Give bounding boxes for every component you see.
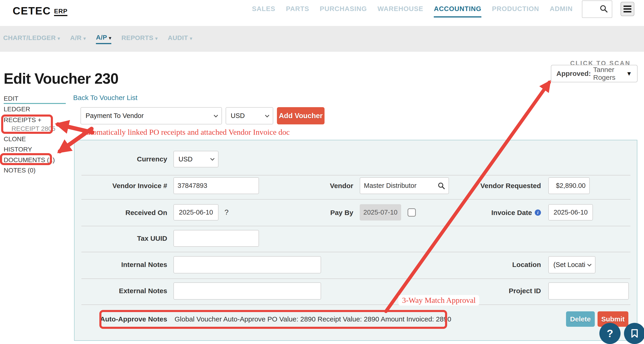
- subnav-reports[interactable]: REPORTS▾: [122, 34, 158, 44]
- vendor-search-icon[interactable]: [438, 182, 445, 190]
- tax-uuid-input[interactable]: [174, 230, 259, 247]
- external-notes-label: External Notes: [80, 282, 167, 300]
- received-on-help[interactable]: ?: [224, 204, 228, 220]
- bookmark-icon: [629, 328, 640, 339]
- subnav-audit[interactable]: AUDIT▾: [168, 34, 192, 44]
- nav-admin[interactable]: ADMIN: [550, 5, 573, 18]
- project-id-input[interactable]: [548, 282, 629, 300]
- row-divider: [82, 304, 630, 305]
- app: { "colors":{"annotation_red":"#e8443c","…: [0, 0, 644, 344]
- question-mark-icon: ?: [607, 327, 613, 340]
- vendor-invoice-label: Vendor Invoice #: [80, 177, 167, 194]
- pay-by-input-disabled: 2025-07-10: [360, 204, 401, 220]
- nav-parts[interactable]: PARTS: [286, 5, 309, 18]
- sidebar-item-documents[interactable]: DOCUMENTS (1): [4, 156, 55, 164]
- location-select[interactable]: (Set Locati: [548, 256, 596, 274]
- internal-notes-label: Internal Notes: [80, 256, 167, 273]
- header: CETEC ERP SALES PARTS PURCHASING WAREHOU…: [0, 0, 644, 26]
- chevron-down-icon: ▾: [84, 36, 86, 41]
- invoice-date-label: Invoice Datei: [456, 204, 541, 221]
- pay-by-label: Pay By: [304, 204, 353, 221]
- approved-label: Approved:: [556, 70, 591, 78]
- nav-warehouse[interactable]: WAREHOUSE: [378, 5, 423, 18]
- chevron-down-icon: ▾: [155, 36, 158, 41]
- currency-label: Currency: [80, 150, 167, 168]
- logo-brand: CETEC: [13, 6, 51, 16]
- sidebar-item-receipts[interactable]: RECEIPTS +: [4, 116, 42, 124]
- bookmark-button[interactable]: [624, 323, 644, 344]
- pay-by-checkbox[interactable]: [408, 208, 416, 216]
- dropdown-caret-icon: ▼: [626, 70, 632, 77]
- received-on-label: Received On: [80, 204, 167, 221]
- top-nav: SALES PARTS PURCHASING WAREHOUSE ACCOUNT…: [252, 5, 573, 18]
- auto-approve-label: Auto-Approve Notes: [80, 312, 167, 326]
- vendor-invoice-input[interactable]: [174, 177, 259, 194]
- tax-uuid-label: Tax UUID: [80, 230, 167, 247]
- nav-production[interactable]: PRODUCTION: [492, 5, 539, 18]
- auto-approve-notes-value: Global Voucher Auto-Approve PO Value: 28…: [174, 312, 451, 326]
- row-divider: [82, 278, 630, 279]
- page-title: Edit Voucher 230: [4, 70, 118, 87]
- menu-button[interactable]: [620, 2, 634, 16]
- location-label: Location: [466, 256, 541, 273]
- voucher-form-panel: Currency USD Vendor Invoice # Vendor Ven…: [74, 140, 637, 341]
- nav-accounting[interactable]: ACCOUNTING: [434, 5, 482, 18]
- received-on-input[interactable]: [174, 204, 218, 220]
- active-tab-underline: [4, 103, 66, 104]
- sidebar-item-ledger[interactable]: LEDGER: [4, 105, 30, 113]
- add-voucher-button[interactable]: Add Voucher: [277, 107, 324, 124]
- currency-select[interactable]: USD: [174, 151, 218, 168]
- logo-suffix: ERP: [54, 8, 68, 16]
- row-divider: [82, 199, 630, 200]
- chevron-down-icon: ▾: [58, 36, 60, 41]
- cetec-logo[interactable]: CETEC ERP: [13, 6, 68, 16]
- chevron-down-icon: [214, 113, 218, 117]
- sidebar-item-clone[interactable]: CLONE: [4, 135, 26, 143]
- internal-notes-input[interactable]: [174, 256, 321, 274]
- invoice-date-input[interactable]: [548, 204, 593, 220]
- chevron-down-icon: ▾: [190, 36, 192, 41]
- info-icon[interactable]: i: [535, 210, 541, 216]
- search-icon: [600, 4, 608, 14]
- sidebar-item-notes[interactable]: NOTES (0): [4, 166, 36, 174]
- annotation-linked-note: Automatically linked PO receipts and att…: [81, 128, 290, 136]
- help-button[interactable]: ?: [600, 323, 620, 344]
- nav-purchasing[interactable]: PURCHASING: [320, 5, 367, 18]
- global-search[interactable]: [582, 0, 612, 18]
- row-divider: [82, 226, 630, 226]
- chevron-down-icon: ▾: [109, 36, 111, 40]
- approved-dropdown[interactable]: Approved: Tanner Rogers ▼: [551, 65, 638, 82]
- external-notes-input[interactable]: [174, 282, 321, 300]
- vendor-input[interactable]: [364, 182, 438, 190]
- toolbar-currency-select[interactable]: USD: [226, 107, 273, 124]
- vendor-requested-input[interactable]: [548, 177, 590, 194]
- nav-sales[interactable]: SALES: [252, 5, 276, 18]
- row-divider: [82, 252, 630, 252]
- subnav-chart-ledger[interactable]: CHART/LEDGER▾: [3, 34, 60, 44]
- chevron-down-icon: [265, 113, 269, 117]
- sidebar-item-history[interactable]: HISTORY: [4, 146, 32, 153]
- add-voucher-toolbar: Payment To Vendor USD Add Voucher: [80, 107, 324, 124]
- vendor-label: Vendor: [304, 177, 353, 194]
- back-to-voucher-list-link[interactable]: Back To Voucher List: [73, 94, 138, 102]
- subnav-ar[interactable]: A/R▾: [70, 34, 86, 44]
- delete-button[interactable]: Delete: [566, 311, 595, 327]
- approved-value: Tanner Rogers: [593, 66, 626, 82]
- subnav-ap[interactable]: A/P▾: [96, 34, 111, 44]
- row-divider: [82, 175, 630, 176]
- annotation-match-note: 3-Way Match Approval: [398, 295, 479, 306]
- vendor-requested-label: Vendor Requested: [466, 177, 541, 194]
- voucher-type-select[interactable]: Payment To Vendor: [80, 107, 222, 124]
- accounting-subnav: CHART/LEDGER▾ A/R▾ A/P▾ REPORTS▾ AUDIT▾ …: [0, 26, 644, 52]
- sidebar-item-receipt-2805[interactable]: RECEIPT 2805: [12, 125, 56, 133]
- chevron-down-icon: [210, 156, 214, 160]
- chevron-down-icon: [587, 262, 591, 266]
- sidebar-item-edit[interactable]: EDIT: [4, 95, 18, 102]
- vendor-input-box: [360, 177, 449, 194]
